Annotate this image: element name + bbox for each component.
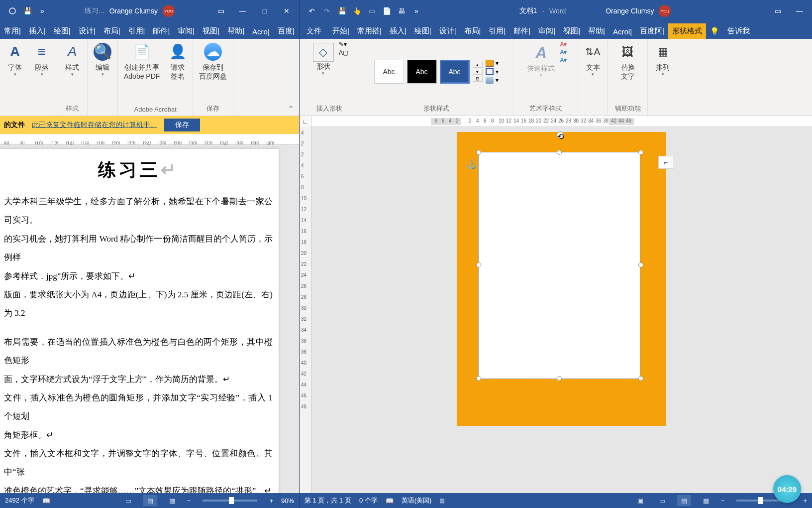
tab-home[interactable]: 常用| <box>0 23 25 39</box>
selection-handle[interactable] <box>476 376 481 381</box>
touch-mode-icon[interactable]: 👆 <box>350 4 363 17</box>
recovery-message[interactable]: 此已恢复文件临时存储在您的计算机中。 <box>32 121 157 129</box>
word-count[interactable]: 2492 个字 <box>5 496 34 505</box>
zoom-out-button[interactable]: − <box>187 497 191 505</box>
focus-mode-icon[interactable]: ▣ <box>633 495 647 506</box>
print-layout-icon[interactable]: ▤ <box>677 495 691 506</box>
layout-options-icon[interactable]: ⌐ <box>658 156 673 169</box>
undo-icon[interactable]: ↶ <box>305 4 318 17</box>
tab-view[interactable]: 视图| <box>559 23 584 39</box>
paragraph-group-button[interactable]: ≡段落▾ <box>30 41 54 80</box>
read-mode-icon[interactable]: ▭ <box>121 495 135 506</box>
tab-review[interactable]: 审阅| <box>174 23 199 39</box>
create-share-pdf-button[interactable]: 📄创建并共享 Adobe PDF <box>121 41 163 83</box>
tab-references[interactable]: 引用| <box>485 23 509 39</box>
tab-mailings[interactable]: 邮件| <box>509 23 534 39</box>
autosave-toggle[interactable] <box>6 4 19 17</box>
page-left[interactable]: 练习三↵ 大学本科三年级学生，经多方面了解分析，她希望在下个暑期去一家公司实习。… <box>0 149 279 493</box>
web-layout-icon[interactable]: ▦ <box>699 495 713 506</box>
zoom-in-button[interactable]: + <box>269 497 273 505</box>
proofing-icon[interactable]: 📖 <box>42 497 50 505</box>
tab-insert[interactable]: 插入| <box>25 23 50 39</box>
timer-badge[interactable]: 04:29 <box>773 475 801 503</box>
tab-baidu[interactable]: 百度| <box>274 23 299 39</box>
horizontal-ruler-left[interactable]: |6||8||10||12||14||16||18||20||22||24||2… <box>0 134 299 145</box>
tab-draw[interactable]: 绘图| <box>50 23 75 39</box>
horizontal-ruler-right[interactable]: 8642246810121416182022242628303234363842… <box>311 116 812 127</box>
alt-text-button[interactable]: 🖼替换 文字 <box>616 41 640 83</box>
page-indicator[interactable]: 第 1 页，共 1 页 <box>304 496 351 505</box>
selection-handle[interactable] <box>638 150 643 155</box>
selection-handle[interactable] <box>557 376 562 381</box>
tab-draw[interactable]: 绘图| <box>410 23 435 39</box>
selection-handle[interactable] <box>476 150 481 155</box>
quick-styles-button[interactable]: A快速样式▾ <box>524 41 558 80</box>
tab-acrobat[interactable]: Acro| <box>248 24 274 39</box>
tab-file[interactable]: 文件 <box>300 23 328 39</box>
styles-button[interactable]: A样式▾ <box>60 41 84 80</box>
print-layout-icon[interactable]: ▤ <box>143 495 157 506</box>
macro-icon[interactable]: ⊞ <box>439 497 445 505</box>
collapse-ribbon-icon[interactable]: ⌃ <box>288 105 294 113</box>
text-fill-icon[interactable]: A▾ <box>560 41 567 48</box>
tab-help[interactable]: 帮助| <box>223 23 248 39</box>
save-to-baidu-button[interactable]: ☁保存到 百度网盘 <box>196 41 230 83</box>
gallery-more-icon[interactable]: ▴▾⊟ <box>473 62 483 82</box>
tab-baidu[interactable]: 百度阿| <box>636 23 668 39</box>
shape-effects-button[interactable]: ▾ <box>486 77 499 84</box>
font-group-button[interactable]: A字体▾ <box>3 41 27 80</box>
zoom-out-button[interactable]: − <box>721 497 725 505</box>
zoom-level[interactable]: 90% <box>281 497 294 505</box>
ribbon-opts-icon[interactable]: ▭ <box>210 3 231 19</box>
text-button[interactable]: ⇅A文本▾ <box>581 41 605 80</box>
tab-home[interactable]: 开始| <box>328 23 353 39</box>
lightbulb-icon[interactable]: 💡 <box>706 24 723 39</box>
more-qat-icon[interactable]: » <box>36 4 49 17</box>
edit-shape-icon[interactable]: ✎▾ <box>339 41 348 48</box>
tab-mailings[interactable]: 邮件| <box>149 23 174 39</box>
shape-fill-button[interactable]: ▾ <box>486 60 499 67</box>
tell-me[interactable]: 告诉我 <box>723 23 754 39</box>
word-count[interactable]: 0 个字 <box>359 496 378 505</box>
request-signature-button[interactable]: 👤请求 签名 <box>166 41 190 83</box>
selection-handle[interactable] <box>557 150 562 155</box>
save-icon[interactable]: 💾 <box>21 4 34 17</box>
text-outline-icon[interactable]: A▾ <box>560 49 567 56</box>
style-swatch-1[interactable]: Abc <box>374 60 404 84</box>
recovery-save-button[interactable]: 保存 <box>164 119 200 131</box>
selection-handle[interactable] <box>638 376 643 381</box>
more-qat-icon[interactable]: » <box>410 4 423 17</box>
zoom-slider[interactable] <box>203 500 257 502</box>
selection-handle[interactable] <box>638 262 643 267</box>
white-rectangle-selected[interactable] <box>478 152 640 379</box>
tab-design[interactable]: 设计| <box>435 23 460 39</box>
rotation-handle[interactable]: ⟲ <box>557 131 564 138</box>
tab-shape-format[interactable]: 形状格式 <box>668 23 706 39</box>
minimize-button[interactable]: — <box>232 3 253 19</box>
tab-view[interactable]: 视图| <box>199 23 223 39</box>
text-effects-icon[interactable]: A▾ <box>560 57 567 64</box>
page-right[interactable]: ⟲ ⚓ ⌐ <box>457 132 666 426</box>
maximize-button[interactable]: □ <box>254 3 275 19</box>
style-swatch-2[interactable]: Abc <box>407 60 437 84</box>
tab-layout[interactable]: 布局| <box>460 23 485 39</box>
tab-common[interactable]: 常用搭| <box>353 23 386 39</box>
close-button[interactable]: ✕ <box>276 3 297 19</box>
proofing-icon[interactable]: 📖 <box>386 497 394 505</box>
read-mode-icon[interactable]: ▭ <box>655 495 669 506</box>
ribbon-opts-icon[interactable]: ▭ <box>767 3 788 19</box>
shapes-button[interactable]: ◇形状▾ <box>310 41 337 79</box>
tab-design[interactable]: 设计| <box>75 23 100 39</box>
tab-insert[interactable]: 插入| <box>386 23 410 39</box>
avatar[interactable]: YOU <box>659 5 671 17</box>
minimize-button[interactable]: — <box>789 3 810 19</box>
zoom-in-button[interactable]: + <box>803 497 807 505</box>
language-indicator[interactable]: 英语(美国) <box>402 496 432 505</box>
qat-icon[interactable]: ▭ <box>365 4 378 17</box>
avatar[interactable]: YOU <box>163 5 175 17</box>
tab-acrobat[interactable]: Acrol| <box>609 24 636 39</box>
save-icon[interactable]: 💾 <box>335 4 348 17</box>
style-swatch-3[interactable]: Abc <box>440 60 470 84</box>
shape-style-gallery[interactable]: Abc Abc Abc ▴▾⊟ <box>374 60 483 84</box>
text-box-icon[interactable]: A▢ <box>339 49 348 56</box>
